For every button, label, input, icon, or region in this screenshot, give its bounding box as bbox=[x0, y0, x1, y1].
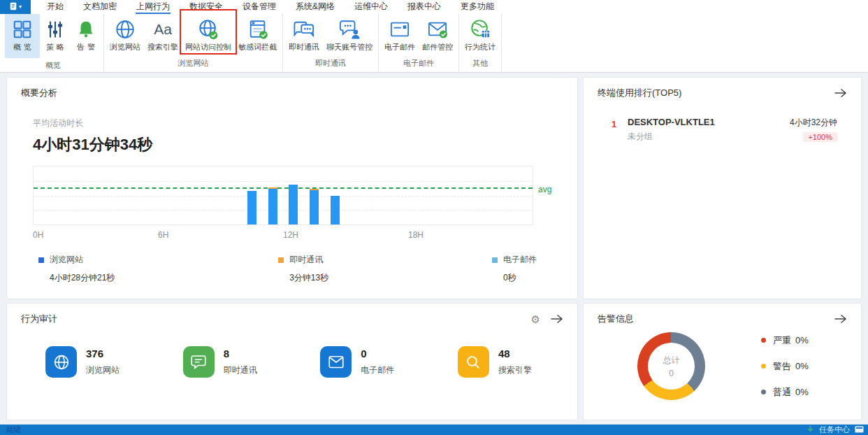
gear-icon[interactable]: ⚙ bbox=[531, 314, 540, 325]
ribbon-item-sensitive-word-block[interactable]: 敏感词拦截 bbox=[235, 14, 280, 55]
audit-tile[interactable]: 376 浏览网站 bbox=[45, 346, 120, 378]
terminal-duration: 4小时32分钟 bbox=[790, 117, 837, 129]
menu-item-more[interactable]: 更多功能 bbox=[460, 0, 495, 14]
legend-dot bbox=[761, 338, 766, 343]
ribbon-item-label: 电子邮件 bbox=[384, 42, 415, 52]
ribbon-item-chat-account-control[interactable]: 聊天账号管控 bbox=[323, 14, 376, 55]
avg-line bbox=[34, 187, 533, 189]
summary-panel: 概要分析 平均活动时长 4小时31分钟34秒 avg 0H6H12H18H 浏览… bbox=[6, 77, 578, 299]
ribbon-item-label: 策略 bbox=[46, 42, 67, 52]
audit-tile[interactable]: 48 搜索引擎 bbox=[458, 346, 532, 378]
legend-swatch bbox=[492, 257, 498, 263]
top5-panel: 终端使用排行(TOP5) 1 DESKTOP-VLKTLE1 未分组 4小时32… bbox=[583, 77, 862, 299]
ribbon-item-label: 敏感词拦截 bbox=[238, 42, 277, 52]
globe-stats-icon bbox=[470, 17, 491, 41]
legend-value: 3分钟13秒 bbox=[289, 272, 328, 284]
tile-value: 48 bbox=[498, 348, 532, 359]
ribbon-item-label: 搜索引擎 bbox=[147, 42, 178, 52]
ribbon-item-browse-website[interactable]: 浏览网站 bbox=[106, 14, 144, 55]
activity-bar bbox=[331, 196, 340, 225]
ribbon-group-overview: 概览 策略 告警 概览 bbox=[3, 14, 104, 72]
menu-item-doc-encrypt[interactable]: 文档加密 bbox=[82, 0, 117, 14]
globe-icon bbox=[115, 17, 136, 41]
ribbon-item-im[interactable]: 即时通讯 bbox=[285, 14, 323, 55]
x-axis-tick: 18H bbox=[408, 230, 424, 240]
menu-item-report-center[interactable]: 报表中心 bbox=[407, 0, 442, 14]
donut-center: 总计 0 bbox=[648, 343, 695, 390]
tile-value: 0 bbox=[361, 348, 394, 359]
ribbon-group-label: 概览 bbox=[5, 58, 101, 74]
chat-icon bbox=[293, 17, 315, 41]
activity-bar bbox=[289, 185, 298, 224]
app-logo-icon bbox=[9, 2, 17, 13]
task-center-button[interactable]: 任务中心 bbox=[819, 425, 850, 435]
audit-tile[interactable]: 0 电子邮件 bbox=[320, 346, 394, 378]
avg-label: avg bbox=[538, 185, 551, 194]
top5-row[interactable]: 1 DESKTOP-VLKTLE1 未分组 4小时32分钟 +100% bbox=[612, 117, 837, 143]
x-axis-tick: 6H bbox=[158, 230, 168, 240]
ribbon-item-email-control[interactable]: 邮件管控 bbox=[419, 14, 456, 55]
arrow-right-icon[interactable] bbox=[834, 88, 847, 98]
ribbon-item-label: 邮件管控 bbox=[422, 42, 453, 52]
ribbon-item-label: 网站访问控制 bbox=[185, 42, 231, 52]
alert-level-pct: 0% bbox=[795, 387, 809, 397]
alert-level-label: 普通 bbox=[773, 386, 791, 399]
arrow-right-icon[interactable] bbox=[550, 314, 563, 324]
chat-icon bbox=[183, 346, 215, 378]
activity-legend-item: 电子邮件 0秒 bbox=[492, 254, 537, 284]
menu-item-start[interactable]: 开始 bbox=[46, 0, 64, 14]
ribbon-item-website-access-control[interactable]: 网站访问控制 bbox=[182, 14, 235, 55]
ribbon-item-label: 告警 bbox=[77, 42, 98, 52]
activity-bar bbox=[247, 191, 256, 224]
ribbon-group-other: 行为统计 其他 bbox=[459, 14, 502, 72]
stat-label: 平均活动时长 bbox=[33, 117, 577, 129]
x-axis-tick: 12H bbox=[283, 230, 298, 240]
letters-icon: Aa bbox=[154, 17, 172, 41]
search-icon bbox=[458, 346, 489, 378]
alert-donut: 总计 0 bbox=[637, 332, 705, 400]
alert-level-label: 严重 bbox=[773, 334, 791, 347]
download-icon bbox=[806, 425, 814, 434]
tile-label: 即时通讯 bbox=[224, 364, 257, 376]
ribbon-item-email[interactable]: 电子邮件 bbox=[381, 14, 419, 55]
menu-item-internet-behavior[interactable]: 上网行为 bbox=[136, 0, 171, 14]
tile-value: 376 bbox=[86, 348, 120, 359]
ribbon-item-alert[interactable]: 告警 bbox=[71, 14, 101, 55]
arrow-right-icon[interactable] bbox=[834, 314, 847, 324]
menu-item-ops-center[interactable]: 运维中心 bbox=[354, 0, 389, 14]
app-menu-button[interactable]: ▾ bbox=[0, 0, 31, 14]
legend-swatch bbox=[278, 257, 284, 263]
ribbon-item-label: 概览 bbox=[13, 42, 34, 52]
menu-item-device-mgmt[interactable]: 设备管理 bbox=[242, 0, 277, 14]
terminal-group: 未分组 bbox=[628, 131, 715, 143]
ribbon-group-browse-website: 浏览网站 Aa 搜索引擎 网站访问控制 敏感词拦截 浏览网站 bbox=[104, 14, 283, 72]
panel-title: 终端使用排行(TOP5) bbox=[598, 87, 681, 99]
ribbon-item-search-engine[interactable]: Aa 搜索引擎 bbox=[144, 14, 182, 55]
legend-label: 即时通讯 bbox=[289, 254, 323, 266]
menu-item-system-network[interactable]: 系统&网络 bbox=[295, 0, 335, 14]
panel-title: 告警信息 bbox=[598, 313, 634, 325]
rank-number: 1 bbox=[612, 117, 628, 143]
ribbon-item-label: 即时通讯 bbox=[289, 42, 319, 52]
ribbon-item-policy[interactable]: 策略 bbox=[40, 14, 71, 55]
audit-panel: 行为审计 ⚙ 376 浏览网站 bbox=[6, 303, 578, 420]
dashboard-content: 概要分析 平均活动时长 4小时31分钟34秒 avg 0H6H12H18H 浏览… bbox=[0, 73, 868, 425]
sliders-icon bbox=[45, 17, 65, 41]
menu-item-data-security[interactable]: 数据安全 bbox=[189, 0, 224, 14]
globe-icon bbox=[45, 346, 77, 378]
activity-legend: 浏览网站 4小时28分钟21秒 即时通讯 3分钟13秒 电子邮件 0秒 bbox=[38, 254, 537, 284]
chat-user-icon bbox=[338, 17, 361, 41]
tile-label: 电子邮件 bbox=[361, 364, 394, 376]
window-icon[interactable] bbox=[855, 426, 864, 434]
alert-legend-item: 普通 0% bbox=[761, 386, 809, 399]
gridline bbox=[34, 181, 533, 182]
activity-bar bbox=[268, 187, 277, 224]
ribbon-item-label: 浏览网站 bbox=[110, 42, 140, 52]
ribbon-group-label: 即时通讯 bbox=[285, 56, 376, 72]
audit-tile[interactable]: 8 即时通讯 bbox=[183, 346, 257, 378]
menu-bar: ▾ 开始 文档加密 上网行为 数据安全 设备管理 系统&网络 运维中心 报表中心… bbox=[0, 0, 868, 14]
legend-value: 0秒 bbox=[503, 272, 537, 284]
ribbon-item-overview[interactable]: 概览 bbox=[5, 14, 40, 58]
mail-check-icon bbox=[427, 17, 448, 41]
ribbon-item-behavior-stats[interactable]: 行为统计 bbox=[461, 14, 499, 55]
